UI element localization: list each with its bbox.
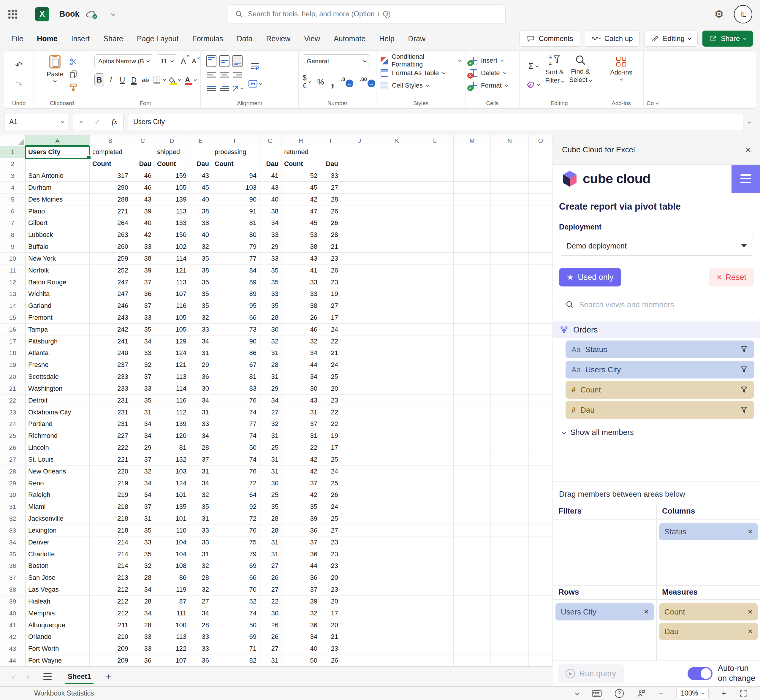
cell-I17[interactable]: 22 bbox=[320, 336, 341, 347]
cell-J7[interactable] bbox=[341, 217, 378, 229]
cell-H44[interactable]: 50 bbox=[281, 655, 320, 667]
cell-N12[interactable] bbox=[491, 277, 529, 288]
row-header-27[interactable]: 27 bbox=[0, 454, 25, 466]
cell-E22[interactable]: 34 bbox=[189, 395, 212, 406]
cell-F18[interactable]: 86 bbox=[212, 347, 260, 359]
cell-L13[interactable] bbox=[416, 288, 453, 300]
cell-H19[interactable]: 44 bbox=[281, 359, 320, 371]
cell-E11[interactable]: 38 bbox=[189, 264, 212, 277]
cell-J9[interactable] bbox=[341, 241, 378, 253]
cell-G12[interactable]: 35 bbox=[260, 277, 281, 288]
cell-L33[interactable] bbox=[416, 525, 453, 537]
cell-M7[interactable] bbox=[453, 217, 491, 229]
cell-M29[interactable] bbox=[453, 477, 491, 489]
format-cells-button[interactable]: ✓ Format bbox=[470, 79, 515, 92]
row-header-29[interactable]: 29 bbox=[0, 477, 25, 489]
cell-I25[interactable]: 19 bbox=[320, 430, 341, 442]
cell-M26[interactable] bbox=[453, 442, 491, 454]
cell-H34[interactable]: 37 bbox=[281, 536, 320, 548]
cell-D24[interactable]: 139 bbox=[154, 418, 189, 430]
member-filter-icon[interactable] bbox=[740, 366, 748, 374]
cell-H13[interactable]: 33 bbox=[281, 288, 320, 300]
cell-H40[interactable]: 32 bbox=[281, 607, 320, 619]
cell-O20[interactable] bbox=[529, 371, 553, 383]
cell-M22[interactable] bbox=[453, 395, 491, 406]
align-center-button[interactable] bbox=[220, 71, 229, 79]
cell-H11[interactable]: 41 bbox=[281, 264, 320, 277]
cell-J16[interactable] bbox=[341, 323, 378, 336]
cell-B40[interactable]: 212 bbox=[90, 607, 131, 619]
member-filter-icon[interactable] bbox=[740, 386, 748, 394]
cell-O26[interactable] bbox=[529, 442, 553, 454]
cell-H7[interactable]: 45 bbox=[281, 217, 320, 229]
cell-K1[interactable] bbox=[378, 146, 416, 158]
cell-F28[interactable]: 76 bbox=[212, 466, 260, 477]
settings-gear-icon[interactable]: ⚙ bbox=[714, 9, 724, 20]
cell-J15[interactable] bbox=[341, 312, 378, 324]
cell-C11[interactable]: 39 bbox=[131, 264, 154, 277]
cell-L20[interactable] bbox=[416, 371, 453, 383]
cell-G27[interactable]: 31 bbox=[260, 454, 281, 466]
cell-L21[interactable] bbox=[416, 383, 453, 395]
cell-G34[interactable]: 31 bbox=[260, 536, 281, 548]
borders-button[interactable] bbox=[152, 73, 162, 86]
cell-G21[interactable]: 29 bbox=[260, 383, 281, 395]
cell-N25[interactable] bbox=[491, 430, 529, 442]
cell-I35[interactable]: 23 bbox=[320, 548, 341, 560]
cell-F24[interactable]: 77 bbox=[212, 418, 260, 430]
cell-A33[interactable]: Lexington bbox=[25, 525, 90, 537]
cell-N18[interactable] bbox=[491, 347, 529, 359]
cell-L37[interactable] bbox=[416, 572, 453, 584]
cell-O39[interactable] bbox=[529, 595, 553, 607]
cell-I42[interactable]: 21 bbox=[320, 631, 341, 643]
row-header-14[interactable]: 14 bbox=[0, 300, 25, 312]
cell-M30[interactable] bbox=[453, 489, 491, 501]
cell-M36[interactable] bbox=[453, 560, 491, 572]
cell-O43[interactable] bbox=[529, 643, 553, 655]
cell-O33[interactable] bbox=[529, 525, 553, 537]
cell-G32[interactable]: 28 bbox=[260, 513, 281, 525]
cell-C13[interactable]: 36 bbox=[131, 288, 154, 300]
menu-tab-page-layout[interactable]: Page Layout bbox=[137, 34, 178, 43]
cell-B29[interactable]: 219 bbox=[90, 477, 131, 489]
cell-L30[interactable] bbox=[416, 489, 453, 501]
cell-A18[interactable]: Atlanta bbox=[25, 347, 90, 359]
cell-O38[interactable] bbox=[529, 584, 553, 596]
cell-C23[interactable]: 31 bbox=[131, 406, 154, 418]
cell-A41[interactable]: Albuquerque bbox=[25, 619, 90, 631]
cell-F13[interactable]: 89 bbox=[212, 288, 260, 300]
cell-M27[interactable] bbox=[453, 454, 491, 466]
cell-K36[interactable] bbox=[378, 560, 416, 572]
cell-K5[interactable] bbox=[378, 194, 416, 205]
cell-J34[interactable] bbox=[341, 536, 378, 548]
cell-N28[interactable] bbox=[491, 466, 529, 477]
cell-C1[interactable] bbox=[131, 146, 154, 158]
cell-N41[interactable] bbox=[491, 619, 529, 631]
cell-E40[interactable]: 34 bbox=[189, 607, 212, 619]
cell-N15[interactable] bbox=[491, 312, 529, 324]
cell-O12[interactable] bbox=[529, 277, 553, 288]
cell-A24[interactable]: Portland bbox=[25, 418, 90, 430]
cell-F2[interactable]: Count bbox=[212, 158, 260, 170]
cell-E14[interactable]: 35 bbox=[189, 300, 212, 312]
cell-A37[interactable]: San Jose bbox=[25, 572, 90, 584]
cell-K37[interactable] bbox=[378, 572, 416, 584]
cell-F33[interactable]: 76 bbox=[212, 525, 260, 537]
cell-C26[interactable]: 29 bbox=[131, 442, 154, 454]
cell-C10[interactable]: 38 bbox=[131, 253, 154, 264]
cell-H27[interactable]: 42 bbox=[281, 454, 320, 466]
cell-I28[interactable]: 24 bbox=[320, 466, 341, 477]
cell-F41[interactable]: 50 bbox=[212, 619, 260, 631]
cell-D15[interactable]: 105 bbox=[154, 312, 189, 324]
cell-L40[interactable] bbox=[416, 607, 453, 619]
column-header-H[interactable]: H bbox=[281, 135, 320, 146]
cell-C17[interactable]: 34 bbox=[131, 336, 154, 347]
cell-M35[interactable] bbox=[453, 548, 491, 560]
cell-E9[interactable]: 32 bbox=[189, 241, 212, 253]
sheet-tab[interactable]: Sheet1 bbox=[65, 668, 94, 685]
cell-D36[interactable]: 108 bbox=[154, 560, 189, 572]
row-header-25[interactable]: 25 bbox=[0, 430, 25, 442]
cell-I14[interactable]: 27 bbox=[320, 300, 341, 312]
cell-D26[interactable]: 81 bbox=[154, 442, 189, 454]
row-header-31[interactable]: 31 bbox=[0, 501, 25, 513]
